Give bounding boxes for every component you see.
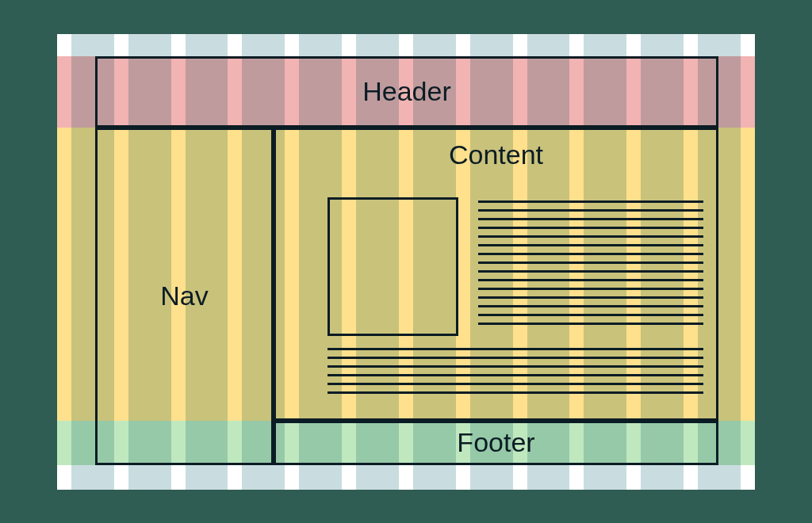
layout-diagram: Header Nav Content Footer xyxy=(57,34,755,490)
image-placeholder-box xyxy=(327,197,458,336)
content-label: Content xyxy=(276,130,716,170)
nav-region: Nav xyxy=(95,128,274,465)
content-region: Content xyxy=(274,128,718,421)
header-region: Header xyxy=(95,56,718,128)
header-label: Header xyxy=(362,76,451,107)
content-placeholder xyxy=(327,197,703,398)
footer-label: Footer xyxy=(457,427,534,458)
text-lines-below-image xyxy=(327,348,703,394)
nav-label: Nav xyxy=(160,281,208,311)
text-lines-beside-image xyxy=(478,200,703,325)
footer-region: Footer xyxy=(274,421,718,465)
